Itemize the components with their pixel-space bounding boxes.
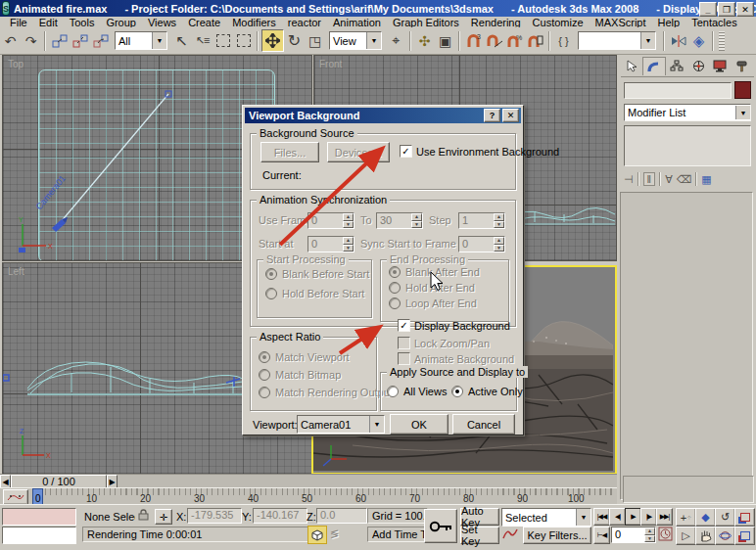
tab-hierarchy[interactable] — [666, 57, 687, 74]
tab-utilities[interactable] — [731, 57, 752, 74]
menu-views[interactable]: Views — [142, 17, 182, 28]
lock-zoom-pan-checkbox[interactable]: Lock Zoom/Pan — [398, 337, 490, 349]
restore-button[interactable]: ❐ — [718, 2, 735, 17]
dialog-close-button[interactable]: ✕ — [502, 109, 519, 122]
chevron-down-icon[interactable]: ▼ — [369, 416, 384, 433]
key-filters-button[interactable]: Key Filters... — [523, 527, 591, 544]
go-to-start-icon[interactable]: |◀◀ — [593, 508, 610, 526]
radio-blank-before-start[interactable]: Blank Before Start — [265, 268, 369, 280]
chevron-down-icon[interactable]: ▼ — [640, 32, 655, 49]
radio-match-bitmap[interactable]: Match Bitmap — [259, 369, 341, 381]
mirror-icon[interactable] — [668, 30, 688, 51]
display-background-checkbox[interactable]: ✓ Display Background — [398, 319, 510, 332]
redo-icon[interactable]: ↷ — [21, 30, 41, 51]
reference-coordsys-dropdown[interactable]: View▼ — [329, 31, 382, 50]
percent-snap-icon[interactable]: % — [504, 30, 525, 51]
radio-match-rendering-output[interactable]: Match Rendering Output — [259, 387, 393, 398]
start-at-spinner[interactable]: 0▲▼ — [307, 236, 354, 252]
menu-create[interactable]: Create — [182, 17, 226, 28]
z-coordinate-field[interactable]: 0.0 — [316, 508, 367, 524]
play-icon[interactable]: ▶ — [625, 508, 641, 526]
make-unique-icon[interactable]: ∀ — [665, 173, 673, 186]
sync-start-spinner[interactable]: 0▲▼ — [458, 236, 505, 252]
menu-customize[interactable]: Customize — [527, 17, 590, 28]
rectangular-selection-region-icon[interactable] — [213, 30, 233, 51]
undo-icon[interactable]: ↶ — [0, 30, 21, 51]
snap-toggle-3d-icon[interactable]: 3 — [463, 30, 484, 51]
modifier-list-dropdown[interactable]: Modifier List ▼ — [624, 104, 751, 121]
align-icon[interactable]: ◈ — [688, 30, 709, 51]
use-environment-background-checkbox[interactable]: ✓ Use Environment Background — [400, 145, 559, 158]
modifier-stack-list[interactable] — [624, 125, 751, 166]
radio-loop-after-end[interactable]: Loop After End — [389, 298, 477, 309]
selection-lock-icon[interactable] — [138, 509, 149, 523]
close-button[interactable]: ✕ — [736, 2, 754, 17]
selection-filter-dropdown[interactable]: All▼ — [115, 31, 167, 50]
tab-motion[interactable] — [687, 57, 709, 74]
go-to-end-icon[interactable]: ▶▶| — [656, 508, 673, 526]
menu-edit[interactable]: Edit — [33, 17, 64, 28]
default-tangent-icon[interactable] — [502, 527, 518, 542]
zoom-icon[interactable]: +⁘ — [676, 508, 696, 527]
select-and-manipulate-icon[interactable]: ✣ — [414, 30, 435, 51]
keyboard-override-icon[interactable]: ▣ — [435, 30, 455, 51]
time-configuration-icon[interactable] — [658, 527, 673, 543]
mini-curve-editor-button[interactable] — [3, 489, 28, 505]
current-frame-field[interactable]: 0▲▼ — [611, 527, 656, 543]
animate-background-checkbox[interactable]: Animate Background — [398, 352, 514, 365]
time-slider-handle[interactable]: 0 / 100 — [11, 475, 107, 488]
pin-stack-icon[interactable]: ⊣ — [624, 173, 634, 186]
notification-icon[interactable]: ≶ — [330, 527, 339, 540]
chevron-down-icon[interactable]: ▼ — [576, 509, 591, 526]
named-selection-sets-icon[interactable]: { } — [553, 30, 574, 51]
key-mode-icon[interactable]: ⊢◀ — [593, 527, 610, 544]
dialog-help-button[interactable]: ? — [484, 109, 500, 122]
transform-typein-icon[interactable]: ✛ — [155, 509, 172, 525]
devices-button[interactable]: Devices... — [327, 142, 390, 162]
select-and-scale-icon[interactable]: ◳ — [305, 30, 325, 51]
zoom-extents-all-icon[interactable] — [734, 508, 755, 527]
tab-modify[interactable] — [642, 57, 666, 75]
track-bar[interactable]: 0 10 20 30 40 50 60 70 80 90 100 — [0, 487, 617, 505]
set-keys-button[interactable] — [424, 509, 457, 543]
select-and-rotate-icon[interactable]: ↻ — [284, 30, 305, 51]
zoom-region-icon[interactable]: ↺ — [715, 508, 735, 527]
files-button[interactable]: Files... — [260, 142, 319, 162]
object-color-swatch[interactable] — [734, 81, 751, 99]
menu-file[interactable]: File — [4, 17, 33, 28]
maxscript-mini-listener-white[interactable] — [2, 527, 76, 544]
radio-all-views[interactable]: All Views — [387, 386, 447, 397]
radio-blank-after-end[interactable]: Blank After End — [389, 266, 480, 278]
use-frame-spinner[interactable]: 0▲▼ — [307, 212, 354, 229]
time-slider[interactable]: ◀ 0 / 100 ▶ — [0, 474, 617, 488]
tab-create[interactable] — [621, 57, 642, 74]
x-coordinate-field[interactable]: -179.535 — [187, 508, 242, 524]
chevron-down-icon[interactable]: ▼ — [152, 32, 166, 49]
chevron-down-icon[interactable]: ▼ — [366, 32, 381, 49]
radio-active-only[interactable]: Active Only — [451, 386, 523, 397]
previous-frame-icon[interactable]: ◀| — [609, 508, 626, 526]
unlink-selection-icon[interactable] — [70, 30, 90, 51]
radio-match-viewport[interactable]: Match Viewport — [259, 351, 350, 363]
dialog-title-bar[interactable]: Viewport Background ? ✕ — [245, 108, 521, 123]
bind-to-spacewarp-icon[interactable] — [90, 30, 111, 51]
viewport-select-dropdown[interactable]: Camera01▼ — [297, 415, 385, 434]
maxscript-mini-listener-pink[interactable] — [2, 508, 76, 526]
angle-snap-icon[interactable] — [484, 30, 504, 51]
menu-group[interactable]: Group — [100, 17, 142, 28]
menu-modifiers[interactable]: Modifiers — [226, 17, 282, 28]
y-coordinate-field[interactable]: -140.167 — [253, 508, 307, 524]
keyable-filter-dropdown[interactable]: Selected▼ — [501, 508, 591, 527]
toolbar-grip[interactable] — [719, 31, 725, 51]
window-crossing-icon[interactable] — [233, 30, 254, 51]
tab-display[interactable] — [709, 57, 731, 74]
named-selection-dropdown[interactable]: ▼ — [578, 31, 656, 50]
cancel-button[interactable]: Cancel — [452, 414, 515, 435]
menu-maxscript[interactable]: MAXScript — [590, 17, 652, 28]
min-max-toggle-icon[interactable] — [734, 527, 755, 545]
time-slider-prev-icon[interactable]: ◀ — [0, 475, 11, 488]
time-slider-next-icon[interactable]: ▶ — [107, 475, 118, 488]
step-spinner[interactable]: 1▲▼ — [458, 212, 505, 229]
radio-hold-after-end[interactable]: Hold After End — [389, 282, 475, 294]
menu-tentacles[interactable]: Tentacles — [685, 17, 742, 28]
